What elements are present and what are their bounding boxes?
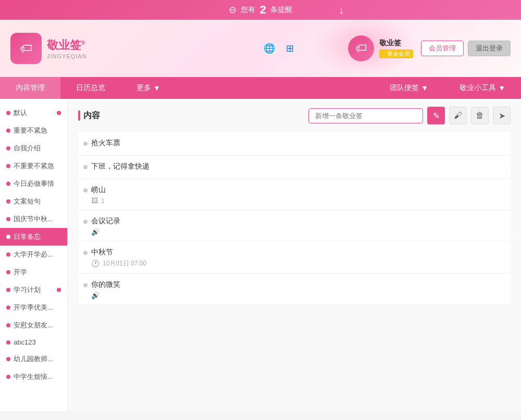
notif-text-after: 条提醒 [270,5,292,15]
content-area: 内容 ✎ 🖌 🗑 ➤ 抢火车票下班，记得拿快递崂山🖼1会议记录🔊中秋节🕐10月0… [68,99,521,411]
note-item-1[interactable]: 下班，记得拿快递 [78,156,511,179]
title-bar [78,110,80,121]
note-dot-2 [83,188,88,193]
note-dot-0 [83,142,88,146]
new-note-input[interactable] [308,108,423,123]
diamond-icon: ♦ [382,50,386,57]
main-area: 默认重要不紧急自我介绍不重要不紧急今日必做事情文案短句国庆节中秋...日常备忘大… [0,99,521,411]
note-title-3: 会议记录 [91,217,503,226]
note-title-4: 中秋节 [91,248,503,257]
sidebar-label-5: 文案短句 [14,197,61,206]
sidebar-item-5[interactable]: 文案短句 [0,193,67,210]
notif-arrow[interactable]: ↓ [339,4,344,16]
sidebar-item-14[interactable]: 幼儿园教师... [0,350,67,368]
note-item-3[interactable]: 会议记录🔊 [78,210,511,241]
sidebar-item-8[interactable]: 大学开学必... [0,246,67,263]
note-dot-4 [83,251,88,255]
content-title: 内容 [78,110,100,121]
sidebar-dot-14 [6,357,10,361]
logo-name: 敬业签® [47,37,87,53]
logo-icon: 🏷 [10,33,42,64]
sidebar-item-9[interactable]: 开学 [0,263,67,281]
sidebar-dot-1 [6,129,10,133]
browser-icons: 🌐 ⊞ [261,40,340,57]
note-dot-5 [83,283,88,287]
sidebar-dot-8 [6,252,10,257]
note-meta-icon-2: 🖼 [91,197,98,205]
user-badge: ♦ 黄金会员 [379,49,413,58]
sidebar-item-10[interactable]: 学习计划 [0,281,67,299]
user-avatar: 🏷 [348,35,374,61]
member-manage-button[interactable]: 会员管理 [421,41,464,56]
sidebar-item-13[interactable]: abc123 [0,334,67,350]
note-item-0[interactable]: 抢火车票 [78,132,511,156]
team-dropdown-icon: ▼ [421,84,428,92]
nav-item-more[interactable]: 更多 ▼ [121,77,176,99]
nav-item-team[interactable]: 团队便签 ▼ [374,77,444,99]
delete-button[interactable]: 🗑 [471,107,489,124]
sidebar-label-3: 不重要不紧急 [14,161,61,171]
sidebar-dot-3 [6,164,10,168]
sidebar-label-4: 今日必做事情 [14,179,61,188]
user-info: 敬业签 ♦ 黄金会员 [379,39,413,58]
notification-bar[interactable]: ⊖ 您有 2 条提醒 ↓ [0,0,521,20]
logout-button[interactable]: 退出登录 [468,41,511,56]
sidebar-dot-0 [6,111,10,115]
user-panel: 🏷 敬业签 ♦ 黄金会员 [348,35,413,61]
logo-text: 敬业签® JINGYEQIAN [47,37,87,59]
sidebar-label-13: abc123 [14,338,61,346]
note-meta-text-4: 10月01日 07:00 [103,259,146,268]
notif-text-before: 您有 [241,5,255,15]
note-list: 抢火车票下班，记得拿快递崂山🖼1会议记录🔊中秋节🕐10月01日 07:00你的微… [78,132,511,305]
note-meta-3: 🔊 [91,228,503,236]
nav-item-tools[interactable]: 敬业小工具 ▼ [444,77,521,99]
sidebar-dot-2 [6,146,10,150]
android-icon [324,40,340,57]
sidebar-item-3[interactable]: 不重要不紧急 [0,157,67,175]
brush-button[interactable]: 🖌 [449,107,467,124]
note-meta-icon-3: 🔊 [91,228,100,236]
ie-icon: 🌐 [261,40,278,57]
sidebar-label-12: 安慰女朋友... [14,321,61,330]
sidebar-item-4[interactable]: 今日必做事情 [0,175,67,193]
user-name: 敬业签 [379,39,413,48]
sidebar-item-11[interactable]: 开学季优美... [0,299,67,316]
share-button[interactable]: ➤ [493,107,511,124]
sidebar-label-9: 开学 [14,268,61,277]
note-meta-5: 🔊 [91,291,503,299]
content-header: 内容 ✎ 🖌 🗑 ➤ [78,107,511,124]
nav-bar: 内容管理 日历总览 更多 ▼ 团队便签 ▼ 敬业小工具 ▼ [0,77,521,99]
sidebar-item-7[interactable]: 日常备忘 [0,228,67,246]
note-title-2: 崂山 [91,185,503,195]
edit-button[interactable]: ✎ [427,107,445,124]
sidebar-item-1[interactable]: 重要不紧急 [0,122,67,139]
sidebar-dot-5 [6,199,10,203]
note-item-4[interactable]: 中秋节🕐10月01日 07:00 [78,241,511,274]
tools-dropdown-icon: ▼ [498,84,505,92]
sidebar-badge-0 [57,111,61,115]
logo-area: 🏷 敬业签® JINGYEQIAN [10,33,87,64]
note-item-5[interactable]: 你的微笑🔊 [78,274,511,305]
apple-icon [303,40,319,57]
windows-icon: ⊞ [282,40,299,57]
sidebar-dot-13 [6,340,10,345]
nav-item-calendar[interactable]: 日历总览 [60,77,121,99]
sidebar-item-0[interactable]: 默认 [0,104,67,122]
notif-count: 2 [259,3,266,17]
sidebar-item-15[interactable]: 中学生烦恼... [0,368,67,386]
sidebar-item-6[interactable]: 国庆节中秋... [0,210,67,228]
sidebar-item-12[interactable]: 安慰女朋友... [0,316,67,334]
sidebar-dot-4 [6,182,10,186]
sidebar-label-2: 自我介绍 [14,144,61,153]
sidebar-label-0: 默认 [14,108,57,118]
sidebar-dot-12 [6,323,10,327]
sidebar-label-1: 重要不紧急 [14,126,61,135]
notif-icon: ⊖ [229,4,237,16]
sidebar-label-14: 幼儿园教师... [14,354,61,364]
more-dropdown-icon: ▼ [153,84,160,92]
sidebar-item-2[interactable]: 自我介绍 [0,139,67,157]
note-meta-icon-4: 🕐 [91,260,100,268]
nav-item-content[interactable]: 内容管理 [0,77,60,99]
note-item-2[interactable]: 崂山🖼1 [78,179,511,210]
sidebar-dot-7 [6,235,10,239]
